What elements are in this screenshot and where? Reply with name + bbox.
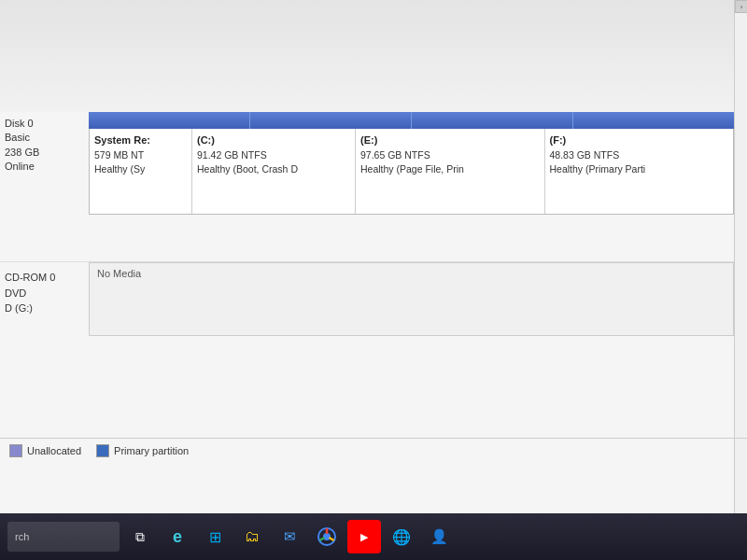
swatch-unallocated <box>9 444 22 457</box>
chrome-icon[interactable] <box>310 520 344 553</box>
legend-unallocated-label: Unallocated <box>27 445 81 456</box>
disk0-row: Disk 0 Basic 238 GB Online System Re: <box>0 112 734 215</box>
sysres-letter: System Re: <box>94 133 187 148</box>
disk0-status: Online <box>5 160 89 174</box>
header-seg-c <box>250 112 412 129</box>
swatch-primary <box>96 444 109 457</box>
f-size: 48.83 GB NTFS <box>550 148 729 163</box>
cdrom-row: CD-ROM 0 DVD D (G:) No Media <box>0 261 734 336</box>
task-view-icon[interactable]: ⧉ <box>123 520 157 553</box>
sysres-status: Healthy (Sy <box>94 162 187 177</box>
partition-e[interactable]: (E:) 97.65 GB NTFS Healthy (Page File, P… <box>356 129 545 214</box>
partition-c[interactable]: (C:) 91.42 GB NTFS Healthy (Boot, Crash … <box>192 129 356 214</box>
cdrom-body: No Media <box>89 262 734 336</box>
window-top-area <box>0 0 734 112</box>
e-status: Healthy (Page File, Prin <box>360 162 540 177</box>
svg-line-4 <box>319 538 324 540</box>
screen: › Disk 0 Basic 238 GB Online <box>0 0 747 560</box>
f-status: Healthy (Primary Parti <box>550 162 729 177</box>
legend-primary: Primary partition <box>96 444 189 457</box>
e-size: 97.65 GB NTFS <box>360 148 540 163</box>
partition-sysres[interactable]: System Re: 579 MB NT Healthy (Sy <box>90 129 192 214</box>
taskbar: rch ⧉ e ⊞ 🗂 ✉ ▶ 🌐 👤 <box>0 513 747 560</box>
partition-header-bar <box>89 112 734 129</box>
c-status: Healthy (Boot, Crash D <box>197 162 350 177</box>
windows-store-icon[interactable]: ⊞ <box>198 520 232 553</box>
sysres-size: 579 MB NT <box>94 148 187 163</box>
file-explorer-icon[interactable]: 🗂 <box>235 520 269 553</box>
youtube-icon[interactable]: ▶ <box>347 520 381 553</box>
globe-icon[interactable]: 🌐 <box>385 520 418 553</box>
header-seg-e <box>412 112 573 129</box>
mail-icon[interactable]: ✉ <box>273 520 306 553</box>
taskbar-search-box[interactable]: rch <box>7 522 120 552</box>
header-seg-f <box>573 112 734 129</box>
e-letter: (E:) <box>360 133 540 148</box>
legend-area: Unallocated Primary partition <box>9 444 189 457</box>
disk0-label: Disk 0 Basic 238 GB Online <box>5 117 89 175</box>
svg-point-1 <box>323 533 331 540</box>
scrollbar-right[interactable]: › <box>734 0 747 513</box>
disk0-name: Disk 0 <box>5 117 89 131</box>
svg-line-3 <box>330 538 334 540</box>
c-size: 91.42 GB NTFS <box>197 148 350 163</box>
disk0-type: Basic <box>5 131 89 145</box>
cdrom-type: DVD <box>5 286 55 301</box>
cdrom-name: CD-ROM 0 <box>5 270 55 286</box>
c-letter: (C:) <box>197 133 350 148</box>
cdrom-drive: D (G:) <box>5 301 55 316</box>
legend-unallocated: Unallocated <box>9 444 81 457</box>
partitions-body: System Re: 579 MB NT Healthy (Sy (C:) 91… <box>89 129 734 215</box>
scrollbar-arrow-down[interactable]: › <box>735 0 747 13</box>
f-letter: (F:) <box>550 133 729 148</box>
taskbar-search-text: rch <box>15 531 29 542</box>
partition-f[interactable]: (F:) 48.83 GB NTFS Healthy (Primary Part… <box>545 129 734 214</box>
cdrom-media-status: No Media <box>97 268 726 279</box>
user-avatar-icon[interactable]: 👤 <box>422 520 456 553</box>
partitions-area: System Re: 579 MB NT Healthy (Sy (C:) 91… <box>89 112 734 215</box>
divider-line <box>0 438 747 439</box>
header-seg-sysres <box>89 112 250 129</box>
disk0-size: 238 GB <box>5 146 89 160</box>
edge-icon[interactable]: e <box>161 520 194 553</box>
cdrom-label: CD-ROM 0 DVD D (G:) <box>5 270 55 316</box>
disk-management-window: › Disk 0 Basic 238 GB Online <box>0 0 747 513</box>
legend-primary-label: Primary partition <box>114 445 189 456</box>
